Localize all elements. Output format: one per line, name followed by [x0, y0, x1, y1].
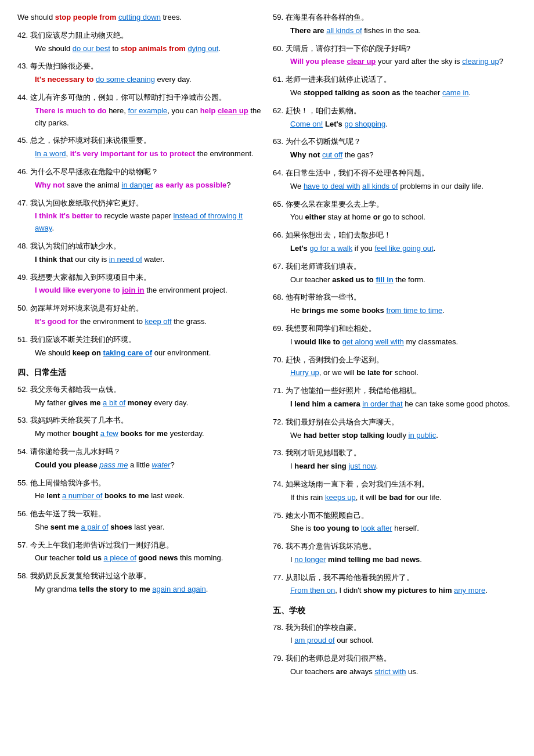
item-english: Will you please clear up your yard after… — [290, 56, 517, 68]
item-english: It's good for the environment to keep of… — [35, 316, 261, 328]
item-chinese: 42. 我们应该尽力阻止动物灭绝。 — [17, 30, 261, 42]
item-chinese: 74. 如果这场雨一直下着，会对我们生活不利。 — [273, 478, 517, 491]
list-item: 65. 你要么呆在家里要么去上学。You either stay at home… — [273, 199, 517, 224]
item-english: We should do our best to stop animals fr… — [35, 43, 261, 55]
item-chinese: 76. 我不再介意告诉我坏消息。 — [273, 541, 517, 553]
item-english: Hurry up, or we will be late for school. — [290, 367, 517, 379]
list-item: 57. 今天上午我们老师告诉过我们一则好消息。Our teacher told … — [17, 539, 261, 565]
item-chinese: 55. 他上周借给我许多书。 — [17, 477, 261, 489]
item-chinese: 57. 今天上午我们老师告诉过我们一则好消息。 — [17, 539, 261, 552]
list-item: 47. 我认为回收废纸取代扔掉它更好。I think it's better t… — [17, 197, 261, 235]
item-chinese: 51. 我们应该不断关注我们的环境。 — [17, 334, 261, 346]
item-chinese: 62. 赶快！，咱们去购物。 — [273, 105, 517, 117]
item-english: Why not save the animal in danger as ear… — [35, 179, 261, 192]
item-english: We stopped talking as soon as the teache… — [290, 87, 517, 99]
list-item: 48. 我认为我们的城市缺少水。I think that our city is… — [17, 240, 261, 266]
list-item: 60. 天晴后，请你打扫一下你的院子好吗?Will you please cle… — [273, 43, 517, 69]
item-english: She is too young to look after herself. — [290, 523, 517, 535]
list-item: 67. 我们老师请我们填表。Our teacher asked us to fi… — [273, 261, 517, 286]
item-chinese: 60. 天晴后，请你打扫一下你的院子好吗? — [273, 43, 517, 55]
item-chinese: 43. 每天做扫除很必要。 — [17, 60, 261, 73]
item-english: Our teacher asked us to fill in the form… — [290, 274, 517, 286]
item-chinese: 56. 他去年送了我一双鞋。 — [17, 508, 261, 520]
section-title: 五、学校 — [273, 604, 517, 617]
list-item: 69. 我想要和同学们和睦相处。I would like to get alon… — [273, 323, 517, 348]
item-chinese: 72. 我们最好别在公共场合大声聊天。 — [273, 416, 517, 429]
list-item: 44. 这儿有许多可做的，例如，你可以帮助打扫干净城市公园。There is m… — [17, 92, 261, 129]
item-chinese: 64. 在日常生活中，我们不得不处理各种问题。 — [273, 167, 517, 179]
item-chinese: 54. 请你递给我一点儿水好吗？ — [17, 446, 261, 458]
item-chinese: 70. 赶快，否则我们会上学迟到。 — [273, 354, 517, 366]
list-item: 52. 我父亲每天都给我一点钱。My father gives me a bit… — [17, 384, 261, 409]
item-chinese: 46. 为什么不尽早拯救在危险中的动物呢？ — [17, 166, 261, 178]
item-chinese: 66. 如果你想出去，咱们去散步吧！ — [273, 229, 517, 242]
item-english: Our teacher told us a piece of good news… — [35, 552, 261, 564]
main-container: We should stop people from cutting down … — [17, 12, 517, 684]
section-title: 四、日常生活 — [17, 366, 261, 379]
list-item: 49. 我想要大家都加入到环境项目中来。I would like everyon… — [17, 272, 261, 297]
item-chinese: 79. 我们的老师总是对我们很严格。 — [273, 653, 517, 665]
item-english: My mother bought a few books for me yest… — [35, 428, 261, 440]
item-english: There are all kinds of fishes in the sea… — [290, 25, 517, 37]
item-english: In a word, it's very important for us to… — [35, 148, 261, 160]
item-chinese: 65. 你要么呆在家里要么去上学。 — [273, 199, 517, 211]
item-chinese: 78. 我为我们的学校自豪。 — [273, 622, 517, 634]
list-item: 76. 我不再介意告诉我坏消息。I no longer mind telling… — [273, 541, 517, 566]
item-chinese: 44. 这儿有许多可做的，例如，你可以帮助打扫干净城市公园。 — [17, 92, 261, 104]
list-item: 51. 我们应该不断关注我们的环境。We should keep on taki… — [17, 334, 261, 359]
item-english: Let's go for a walk if you feel like goi… — [290, 243, 517, 255]
item-english: There is much to do here, for example, y… — [35, 105, 261, 129]
item-chinese: 58. 我奶奶反反复复给我讲过这个故事。 — [17, 570, 261, 582]
list-item: 43. 每天做扫除很必要。It's necessary to do some c… — [17, 60, 261, 86]
item-chinese: 48. 我认为我们的城市缺少水。 — [17, 240, 261, 253]
item-english: I no longer mind telling me bad news. — [290, 554, 517, 566]
list-item: We should stop people from cutting down … — [17, 12, 261, 24]
item-chinese: 67. 我们老师请我们填表。 — [273, 261, 517, 273]
item-chinese: 77. 从那以后，我不再给他看我的照片了。 — [273, 572, 517, 584]
list-item: 61. 老师一进来我们就停止说话了。We stopped talking as … — [273, 74, 517, 99]
list-item: 71. 为了他能拍一些好照片，我借给他相机。I lend him a camer… — [273, 385, 517, 411]
right-column: 59. 在海里有各种各样的鱼。There are all kinds of fi… — [273, 12, 517, 684]
list-item: 63. 为什么不切断煤气呢？Why not cut off the gas? — [273, 136, 517, 161]
list-item: 78. 我为我们的学校自豪。I am proud of our school. — [273, 622, 517, 647]
list-item: 62. 赶快！，咱们去购物。Come on! Let's go shopping… — [273, 105, 517, 131]
item-chinese: 63. 为什么不切断煤气呢？ — [273, 136, 517, 148]
list-item: 56. 他去年送了我一双鞋。She sent me a pair of shoe… — [17, 508, 261, 534]
item-chinese: 45. 总之，保护环境对我们来说很重要。 — [17, 135, 261, 147]
list-item: 68. 他有时带给我一些书。He brings me some books fr… — [273, 291, 517, 317]
list-item: 53. 我妈妈昨天给我买了几本书。My mother bought a few … — [17, 415, 261, 440]
list-item: 70. 赶快，否则我们会上学迟到。Hurry up, or we will be… — [273, 354, 517, 380]
item-chinese: 73. 我刚才听见她唱歌了。 — [273, 447, 517, 459]
item-chinese: 49. 我想要大家都加入到环境项目中来。 — [17, 272, 261, 284]
list-item: 42. 我们应该尽力阻止动物灭绝。We should do our best t… — [17, 30, 261, 55]
list-item: 66. 如果你想出去，咱们去散步吧！Let's go for a walk if… — [273, 229, 517, 255]
item-english: I would like everyone to join in the env… — [35, 285, 261, 297]
item-english: He brings me some books from time to tim… — [290, 305, 517, 317]
list-item: 45. 总之，保护环境对我们来说很重要。In a word, it's very… — [17, 135, 261, 160]
list-item: 79. 我们的老师总是对我们很严格。Our teachers are alway… — [273, 653, 517, 678]
item-english: Why not cut off the gas? — [290, 149, 517, 161]
item-english: My father gives me a bit of money every … — [35, 397, 261, 409]
list-item: 64. 在日常生活中，我们不得不处理各种问题。We have to deal w… — [273, 167, 517, 193]
item-english: We had better stop talking loudly in pub… — [290, 430, 517, 442]
item-chinese: 68. 他有时带给我一些书。 — [273, 291, 517, 304]
list-item: 74. 如果这场雨一直下着，会对我们生活不利。If this rain keep… — [273, 478, 517, 504]
item-english: I lend him a camera in order that he can… — [290, 398, 517, 411]
item-english: You either stay at home or go to school. — [290, 211, 517, 224]
item-english: If this rain keeps up, it will be bad fo… — [290, 492, 517, 504]
list-item: 55. 他上周借给我许多书。He lent a number of books … — [17, 477, 261, 503]
item-english: I am proud of our school. — [290, 635, 517, 647]
list-item: 59. 在海里有各种各样的鱼。There are all kinds of fi… — [273, 12, 517, 37]
list-item: 58. 我奶奶反反复复给我讲过这个故事。My grandma tells the… — [17, 570, 261, 596]
item-chinese: 61. 老师一进来我们就停止说话了。 — [273, 74, 517, 86]
item-english: My grandma tells the story to me again a… — [35, 584, 261, 596]
item-english: From then on, I didn't show my pictures … — [290, 585, 517, 597]
item-chinese: 69. 我想要和同学们和睦相处。 — [273, 323, 517, 335]
item-english: We have to deal with all kinds of proble… — [290, 181, 517, 193]
left-column: We should stop people from cutting down … — [17, 12, 261, 684]
item-english: Come on! Let's go shopping. — [290, 118, 517, 131]
item-chinese: 52. 我父亲每天都给我一点钱。 — [17, 384, 261, 396]
item-chinese: 50. 勿踩草坪对环境来说是有好处的。 — [17, 303, 261, 315]
list-item: 54. 请你递给我一点儿水好吗？Could you please pass me… — [17, 446, 261, 471]
list-item: 73. 我刚才听见她唱歌了。I heard her sing just now. — [273, 447, 517, 473]
